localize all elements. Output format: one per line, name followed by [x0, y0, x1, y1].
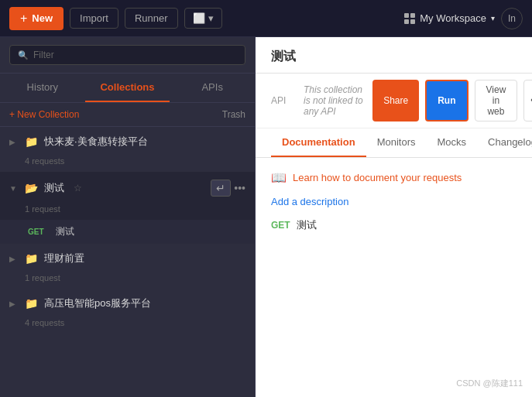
- panel-header: 测试 ✕: [256, 37, 532, 74]
- run-button[interactable]: Run: [425, 80, 468, 121]
- folder-icon: 📁: [25, 252, 38, 265]
- tab-mocks[interactable]: Mocks: [426, 128, 477, 157]
- panel-title: 测试: [271, 49, 296, 65]
- expand-actions: ↵ •••: [211, 180, 245, 197]
- monitor-chevron: ▾: [208, 12, 214, 24]
- chevron-right-icon: ▶: [9, 299, 19, 308]
- chevron-down-icon: ▼: [9, 184, 19, 193]
- topbar: + New Import Runner ⬜ ▾ My Workspace ▾ I…: [0, 0, 532, 37]
- workspace-button[interactable]: My Workspace ▾: [404, 12, 495, 24]
- get-request-row: GET 测试: [271, 218, 532, 232]
- tab-changelog[interactable]: Changelog: [477, 128, 532, 157]
- import-button[interactable]: Import: [70, 8, 118, 29]
- collection-header-expanded[interactable]: ▼ 📂 测试 ☆ ↵ •••: [0, 172, 255, 204]
- new-button[interactable]: + New: [9, 7, 63, 30]
- api-note: This collection is not linked to any API: [304, 84, 363, 117]
- collection-header[interactable]: ▶ 📁 高压电智能pos服务平台: [0, 289, 255, 318]
- more-options-icon[interactable]: •••: [234, 182, 245, 194]
- learn-link[interactable]: 📖 Learn how to document your requests: [271, 170, 532, 185]
- api-actions: Share Run View in web •••: [372, 80, 532, 121]
- right-panel: 测试 ✕ API This collection is not linked t…: [256, 37, 532, 397]
- monitor-button[interactable]: ⬜ ▾: [184, 8, 222, 29]
- star-icon: ☆: [74, 183, 82, 193]
- user-avatar[interactable]: In: [501, 8, 523, 29]
- watermark: CSDN @陈建111: [453, 376, 526, 391]
- panel-tab-bar: Documentation Monitors Mocks Changelog: [256, 128, 532, 158]
- request-item[interactable]: GET 测试: [0, 220, 255, 244]
- panel-body: 📖 Learn how to document your requests Ad…: [256, 158, 532, 397]
- collection-list: ▶ 📁 快来麦·美食惠转接平台 4 requests ▼ 📂 测试 ☆ ↵ ••…: [0, 127, 255, 397]
- book-icon: 📖: [271, 170, 287, 185]
- main-layout: 🔍 Filter History Collections APIs + New …: [0, 37, 532, 397]
- filter-input[interactable]: 🔍 Filter: [9, 45, 245, 65]
- chevron-right-icon: ▶: [9, 255, 19, 263]
- plus-icon: +: [20, 12, 27, 26]
- api-row: API This collection is not linked to any…: [256, 74, 532, 128]
- collections-toolbar: + New Collection Trash: [0, 103, 255, 127]
- view-in-web-button[interactable]: View in web: [475, 80, 518, 121]
- enter-button[interactable]: ↵: [211, 180, 231, 197]
- workspace-chevron-icon: ▾: [491, 14, 495, 22]
- collection-item[interactable]: ▶ 📁 理财前置 1 request: [0, 244, 255, 289]
- workspace-grid-icon: [404, 13, 415, 24]
- tab-documentation[interactable]: Documentation: [271, 128, 366, 157]
- tab-apis[interactable]: APIs: [170, 74, 255, 102]
- tab-collections[interactable]: Collections: [85, 74, 170, 102]
- collection-header[interactable]: ▶ 📁 快来麦·美食惠转接平台: [0, 127, 255, 156]
- runner-button[interactable]: Runner: [125, 8, 178, 29]
- collection-item[interactable]: ▶ 📁 高压电智能pos服务平台 4 requests: [0, 289, 255, 334]
- folder-icon: 📁: [25, 135, 38, 148]
- new-collection-button[interactable]: + New Collection: [9, 109, 79, 120]
- search-bar: 🔍 Filter: [0, 37, 255, 74]
- collection-item[interactable]: ▶ 📁 快来麦·美食惠转接平台 4 requests: [0, 127, 255, 172]
- more-button[interactable]: •••: [523, 80, 532, 121]
- get-badge: GET: [271, 220, 290, 231]
- collection-header[interactable]: ▶ 📁 理财前置: [0, 244, 255, 273]
- chevron-right-icon: ▶: [9, 138, 19, 146]
- share-button[interactable]: Share: [372, 80, 419, 121]
- collection-item-expanded[interactable]: ▼ 📂 测试 ☆ ↵ ••• 1 request GET 测试: [0, 172, 255, 244]
- trash-button[interactable]: Trash: [222, 109, 245, 120]
- api-label: API: [271, 95, 294, 106]
- tab-history[interactable]: History: [0, 74, 85, 102]
- tab-monitors[interactable]: Monitors: [366, 128, 427, 157]
- search-icon: 🔍: [18, 50, 29, 60]
- sidebar-tab-bar: History Collections APIs: [0, 74, 255, 103]
- method-badge: GET: [28, 228, 50, 236]
- folder-open-icon: 📂: [25, 182, 38, 194]
- monitor-icon: ⬜: [193, 12, 205, 24]
- sidebar: 🔍 Filter History Collections APIs + New …: [0, 37, 256, 397]
- add-description-link[interactable]: Add a description: [271, 196, 532, 207]
- folder-icon: 📁: [25, 297, 38, 310]
